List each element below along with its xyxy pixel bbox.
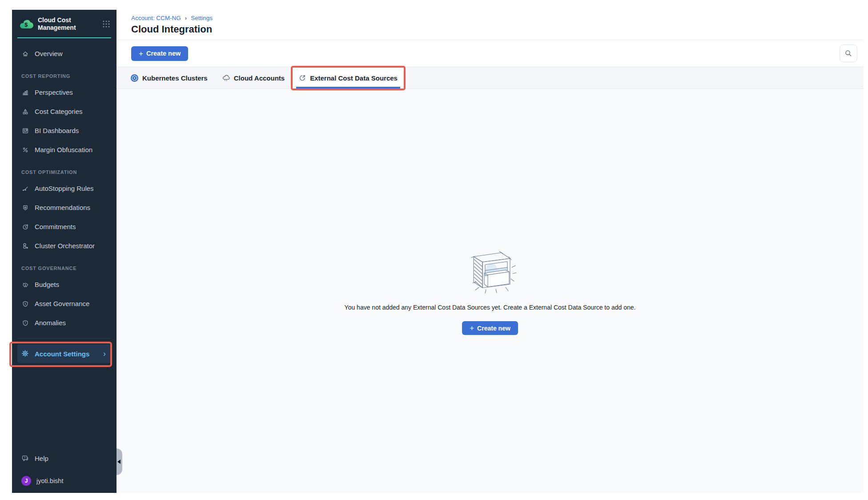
sidebar-item-commitments[interactable]: Commitments [12,217,117,236]
sidebar-item-overview[interactable]: Overview [12,44,117,63]
svg-text:?: ? [24,456,26,459]
svg-text:!: ! [24,321,25,324]
svg-text:$: $ [24,21,28,28]
sidebar-item-label: Recommendations [35,204,90,211]
sidebar-nav: Overview COST REPORTING Perspectives Cos… [12,38,117,332]
breadcrumb-separator-icon: › [185,15,187,21]
empty-state: You have not added any External Cost Dat… [345,247,636,335]
sidebar-item-anomalies[interactable]: ! Anomalies [12,313,117,332]
kubernetes-icon [131,74,138,82]
bar-chart-icon [21,89,29,96]
section-label-cost-governance: COST GOVERNANCE [12,262,117,275]
sidebar-item-label: BI Dashboards [35,127,79,134]
active-tab-indicator [296,87,400,89]
content-area: You have not added any External Cost Dat… [117,89,864,493]
empty-state-message: You have not added any External Cost Dat… [345,304,636,311]
user-profile[interactable]: J jyoti.bisht [12,475,117,487]
sidebar-item-cluster-orchestrator[interactable]: Cluster Orchestrator [12,236,117,255]
home-icon [21,50,29,57]
create-new-label: Create new [477,325,510,332]
sidebar-divider [17,338,111,339]
help-chat-icon: ? [21,455,29,462]
clock-icon [21,223,29,230]
sidebar-item-perspectives[interactable]: Perspectives [12,83,117,102]
chevron-right-icon: › [103,350,106,358]
search-button[interactable] [840,44,857,62]
sidebar-item-recommendations[interactable]: Recommendations [12,198,117,217]
sidebar-item-label: Help [35,455,48,462]
sidebar-item-label: Cluster Orchestrator [35,242,95,250]
tab-cloud-accounts[interactable]: Cloud Accounts [215,67,292,89]
sidebar-item-bi-dashboards[interactable]: BI Dashboards [12,121,117,140]
create-new-button[interactable]: + Create new [131,46,188,61]
sidebar-logo-row: $ Cloud Cost Management [12,10,117,37]
sidebar-item-asset-governance[interactable]: $ Asset Governance [12,294,117,313]
empty-create-new-button[interactable]: + Create new [462,321,518,335]
section-label-cost-reporting: COST REPORTING [12,69,117,83]
section-label-cost-optimization: COST OPTIMIZATION [12,165,117,179]
tab-label: Cloud Accounts [234,74,285,82]
sidebar-footer: ? Help J jyoti.bisht [12,443,117,493]
collapse-arrow-icon [117,460,121,464]
user-name: jyoti.bisht [36,477,63,484]
tab-label: External Cost Data Sources [310,74,398,82]
toolbar: + Create new [117,40,864,67]
sidebar-item-label: AutoStopping Rules [35,185,94,192]
sidebar-item-label: Account Settings [35,350,89,358]
search-icon [844,49,852,57]
cloud-icon [222,74,230,81]
sidebar-item-autostopping-rules[interactable]: AutoStopping Rules [12,179,117,198]
sidebar-item-label: Asset Governance [35,300,89,307]
piggy-bank-icon: $ [21,281,29,288]
sidebar-item-cost-categories[interactable]: Cost Categories [12,102,117,121]
plus-icon: + [139,50,143,57]
tab-external-cost-data-sources[interactable]: External Cost Data Sources [292,67,405,89]
sidebar-item-label: Overview [35,50,63,57]
app-window: $ Cloud Cost Management Overv [12,10,864,493]
category-shapes-icon [21,108,29,115]
autostopping-curve-icon [21,185,29,192]
gear-icon [21,350,29,358]
svg-text:$: $ [24,302,26,305]
empty-drawer-illustration [462,247,518,297]
sidebar: $ Cloud Cost Management Overv [12,10,117,493]
page-title: Cloud Integration [131,24,864,35]
shield-alert-icon: ! [21,319,29,327]
main-area: Account: CCM-NG › Settings Cloud Integra… [117,10,864,493]
breadcrumb-settings-link[interactable]: Settings [191,15,213,21]
app-title: Cloud Cost Management [38,16,84,32]
sidebar-item-label: Anomalies [35,319,66,327]
sidebar-collapse-handle[interactable] [117,448,122,475]
sidebar-item-label: Margin Obfuscation [35,146,92,153]
breadcrumb-account-link[interactable]: Account: CCM-NG [131,15,181,21]
tab-kubernetes-clusters[interactable]: Kubernetes Clusters [124,67,215,89]
svg-text:$: $ [24,283,26,286]
create-new-label: Create new [146,50,181,57]
cloud-cost-management-logo-icon: $ [18,18,33,31]
recommendation-tag-icon [21,204,29,211]
sidebar-item-label: Budgets [35,281,59,288]
module-grid-icon[interactable] [102,20,110,28]
sidebar-item-account-settings[interactable]: Account Settings › [17,344,111,363]
tab-label: Kubernetes Clusters [142,74,208,82]
shield-dollar-icon: $ [21,300,29,307]
avatar: J [21,476,31,486]
percent-icon [21,146,29,153]
sidebar-item-label: Perspectives [35,89,73,96]
plus-icon: + [470,324,474,332]
breadcrumb: Account: CCM-NG › Settings [131,15,864,21]
external-link-icon [299,74,306,81]
sidebar-item-budgets[interactable]: $ Budgets [12,275,117,294]
tab-bar: Kubernetes Clusters Cloud Accounts [117,67,864,89]
page-header: Account: CCM-NG › Settings Cloud Integra… [117,10,864,40]
sidebar-item-label: Commitments [35,223,76,230]
sidebar-item-label: Cost Categories [35,108,83,115]
sidebar-item-help[interactable]: ? Help [12,449,117,468]
dashboard-icon [21,127,29,134]
cluster-circles-icon [21,242,29,250]
sidebar-item-margin-obfuscation[interactable]: Margin Obfuscation [12,140,117,159]
